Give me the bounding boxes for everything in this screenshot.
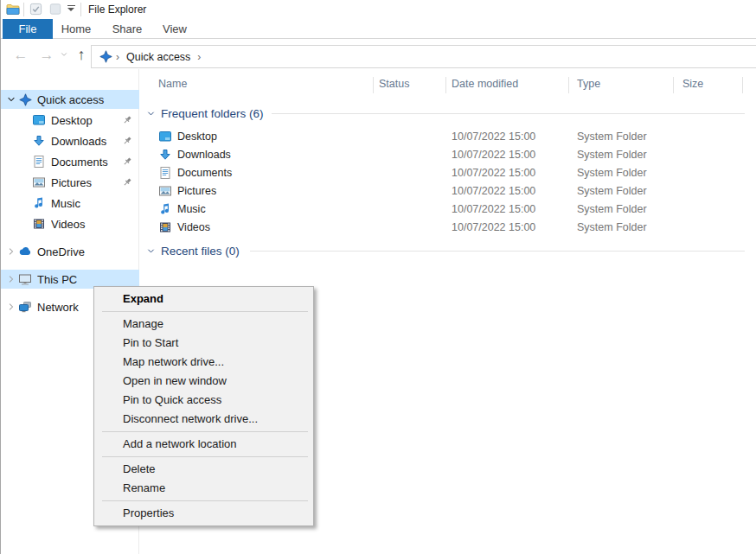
new-folder-icon[interactable]	[49, 3, 61, 16]
forward-arrow-icon[interactable]: →	[37, 40, 56, 69]
ribbon-tab-bar: File Home Share View	[1, 19, 756, 39]
window-title: File Explorer	[88, 0, 146, 19]
menu-item-properties[interactable]: Properties	[94, 504, 313, 523]
column-header-type[interactable]: Type	[577, 78, 600, 93]
column-header-date-modified[interactable]: Date modified	[452, 78, 518, 93]
menu-separator	[102, 456, 308, 457]
menu-item-add-a-network-location[interactable]: Add a network location	[94, 435, 313, 454]
file-explorer-logo-icon	[6, 3, 20, 16]
group-header-frequent-folders[interactable]: Frequent folders (6)	[140, 105, 264, 122]
file-row-desktop[interactable]: Desktop 10/07/2022 15:00 System Folder	[140, 127, 756, 145]
tab-home[interactable]: Home	[56, 19, 96, 39]
group-header-rule	[250, 251, 745, 252]
menu-item-open-in-new-window[interactable]: Open in new window	[94, 372, 313, 391]
music-icon	[158, 202, 172, 216]
group-header-label: Frequent folders (6)	[161, 107, 264, 120]
file-row-music[interactable]: Music 10/07/2022 15:00 System Folder	[140, 200, 756, 218]
file-type: System Folder	[577, 221, 647, 233]
group-header-rule	[272, 113, 745, 114]
chevron-down-icon[interactable]	[4, 94, 18, 105]
column-separator[interactable]	[445, 77, 446, 93]
file-name: Videos	[177, 221, 210, 233]
file-name: Downloads	[177, 149, 231, 161]
tab-view[interactable]: View	[155, 19, 195, 39]
sidebar-item-documents[interactable]: Documents	[1, 152, 139, 171]
navigation-bar: ← → ↑ › Quick access ›	[1, 40, 756, 69]
file-row-documents[interactable]: Documents 10/07/2022 15:00 System Folder	[140, 163, 756, 181]
back-arrow-icon[interactable]: ←	[11, 40, 30, 69]
column-separator[interactable]	[568, 77, 569, 93]
breadcrumb-chevron-icon[interactable]: ›	[197, 51, 201, 63]
chevron-down-icon[interactable]	[146, 109, 156, 118]
file-date-modified: 10/07/2022 15:00	[452, 131, 535, 143]
menu-item-map-network-drive[interactable]: Map network drive...	[94, 353, 313, 372]
recent-locations-chevron-icon[interactable]	[58, 40, 70, 69]
pictures-icon	[32, 175, 46, 189]
tab-share[interactable]: Share	[106, 19, 148, 39]
this-pc-monitor-icon	[18, 272, 32, 286]
chevron-right-icon[interactable]	[4, 246, 18, 257]
menu-item-pin-to-start[interactable]: Pin to Start	[94, 334, 313, 353]
context-menu-this-pc: Expand Manage Pin to Start Map network d…	[93, 286, 314, 526]
file-type: System Folder	[577, 167, 647, 179]
menu-item-disconnect-network-drive[interactable]: Disconnect network drive...	[94, 410, 313, 429]
sidebar-item-label: OneDrive	[37, 245, 139, 258]
column-header-size[interactable]: Size	[682, 78, 703, 93]
menu-item-rename[interactable]: Rename	[94, 479, 313, 498]
properties-checkbox-icon[interactable]	[29, 3, 42, 16]
sidebar-item-pictures[interactable]: Pictures	[1, 173, 139, 192]
menu-separator	[102, 311, 308, 312]
chevron-right-icon[interactable]	[4, 274, 18, 284]
breadcrumb-chevron-icon[interactable]: ›	[116, 51, 119, 63]
sidebar-item-music[interactable]: Music	[1, 194, 139, 213]
file-date-modified: 10/07/2022 15:00	[452, 185, 535, 197]
file-type: System Folder	[577, 203, 647, 215]
menu-item-delete[interactable]: Delete	[94, 460, 313, 479]
menu-item-expand[interactable]: Expand	[94, 290, 313, 309]
address-bar[interactable]: › Quick access ›	[91, 45, 756, 68]
sidebar-item-videos[interactable]: Videos	[1, 214, 139, 233]
group-header-recent-files[interactable]: Recent files (0)	[140, 243, 240, 259]
sidebar-item-desktop[interactable]: Desktop	[1, 111, 139, 130]
sidebar-item-quick-access[interactable]: Quick access	[1, 90, 139, 109]
file-name: Pictures	[177, 185, 216, 197]
file-date-modified: 10/07/2022 15:00	[452, 149, 535, 161]
pin-icon	[122, 136, 132, 146]
chevron-down-icon[interactable]	[146, 246, 156, 256]
customize-qat-dropdown-icon[interactable]	[66, 5, 76, 11]
file-type: System Folder	[577, 149, 647, 161]
up-arrow-icon[interactable]: ↑	[72, 40, 91, 69]
menu-separator	[102, 500, 308, 501]
file-row-pictures[interactable]: Pictures 10/07/2022 15:00 System Folder	[140, 181, 756, 200]
sidebar-item-onedrive[interactable]: OneDrive	[1, 242, 139, 261]
group-header-label: Recent files (0)	[161, 245, 240, 258]
file-date-modified: 10/07/2022 15:00	[452, 167, 535, 179]
file-name: Music	[177, 203, 206, 215]
desktop-icon	[32, 113, 46, 127]
pictures-icon	[158, 184, 172, 198]
pin-icon	[122, 177, 132, 188]
file-type: System Folder	[577, 185, 647, 197]
onedrive-cloud-icon	[18, 245, 32, 258]
column-separator[interactable]	[673, 77, 674, 93]
music-icon	[32, 196, 46, 210]
sidebar-item-label: Quick access	[37, 93, 139, 106]
chevron-right-icon[interactable]	[4, 302, 18, 312]
quick-access-star-icon	[18, 92, 32, 106]
file-row-downloads[interactable]: Downloads 10/07/2022 15:00 System Folder	[140, 145, 756, 163]
column-header-status[interactable]: Status	[379, 78, 409, 93]
column-separator[interactable]	[373, 77, 374, 93]
column-header-name[interactable]: Name	[158, 78, 187, 93]
tab-file[interactable]: File	[3, 19, 53, 39]
sidebar-item-label: Videos	[51, 218, 139, 231]
menu-separator	[102, 431, 308, 432]
file-row-videos[interactable]: Videos 10/07/2022 15:00 System Folder	[140, 218, 756, 236]
menu-item-manage[interactable]: Manage	[94, 315, 313, 334]
menu-item-pin-to-quick-access[interactable]: Pin to Quick access	[94, 391, 313, 410]
sidebar-item-label: This PC	[37, 273, 139, 286]
breadcrumb-location[interactable]: Quick access	[126, 51, 190, 63]
file-name: Desktop	[177, 131, 217, 143]
pin-icon	[122, 115, 132, 125]
column-separator[interactable]	[742, 77, 743, 93]
sidebar-item-downloads[interactable]: Downloads	[1, 131, 139, 150]
